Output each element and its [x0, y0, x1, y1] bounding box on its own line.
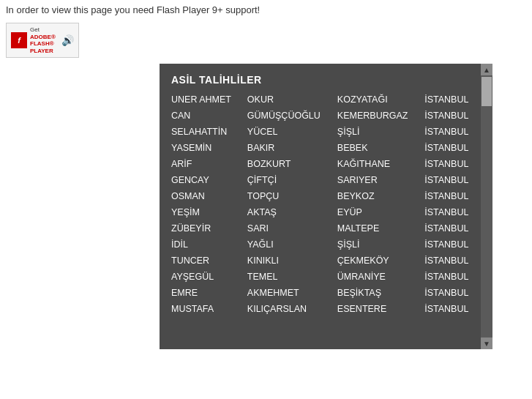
table-row: TUNCERKINIKLIÇEKMEKÖYİSTANBUL [165, 253, 478, 269]
cell-row12-col0: EMRE [165, 285, 241, 301]
cell-row6-col0: OSMAN [165, 188, 241, 204]
cell-row12-col3: İSTANBUL [419, 285, 478, 301]
cell-row5-col2: SARIYER [331, 172, 419, 188]
cell-row4-col0: ARİF [165, 156, 241, 172]
cell-row13-col2: ESENTERE [331, 301, 419, 317]
cell-row9-col2: ŞİŞLİ [331, 236, 419, 253]
cell-row6-col1: TOPÇU [241, 188, 331, 204]
table-row: MUSTAFAKILIÇARSLANESENTEREİSTANBUL [165, 301, 478, 317]
table-title: ASİL TALİHLİLER [165, 70, 478, 92]
flash-text-area: Get ADOBE® FLASH® PLAYER [30, 26, 57, 54]
cell-row0-col2: KOZYATAĞI [331, 92, 419, 108]
table-row: CANGÜMÜŞÇÜOĞLUKEMERBURGAZİSTANBUL [165, 108, 478, 124]
cell-row11-col1: TEMEL [241, 269, 331, 285]
cell-row12-col2: BEŞİKTAŞ [331, 285, 419, 301]
flash-get-label: Get [30, 26, 57, 34]
table-row: GENCAYÇİFTÇİSARIYERİSTANBUL [165, 172, 478, 188]
cell-row1-col3: İSTANBUL [419, 108, 478, 124]
cell-row10-col1: KINIKLI [241, 253, 331, 269]
cell-row10-col0: TUNCER [165, 253, 241, 269]
scrollbar-down-button[interactable]: ▼ [481, 338, 492, 349]
table-row: İDİLYAĞLIŞİŞLİİSTANBUL [165, 236, 478, 253]
scrollbar-up-button[interactable]: ▲ [481, 64, 492, 75]
cell-row5-col1: ÇİFTÇİ [241, 172, 331, 188]
cell-row10-col3: İSTANBUL [419, 253, 478, 269]
flash-banner[interactable]: f Get ADOBE® FLASH® PLAYER 🔊 [6, 23, 79, 58]
cell-row13-col3: İSTANBUL [419, 301, 478, 317]
content-area: ASİL TALİHLİLER UNER AHMETOKURKOZYATAĞIİ… [160, 64, 492, 323]
table-row: ZÜBEYİRSARIMALTEPEİSTANBUL [165, 220, 478, 236]
cell-row1-col1: GÜMÜŞÇÜOĞLU [241, 108, 331, 124]
table-row: OSMANTOPÇUBEYKOZİSTANBUL [165, 188, 478, 204]
cell-row6-col3: İSTANBUL [419, 188, 478, 204]
flash-adobe-label: ADOBE® [30, 34, 57, 41]
cell-row2-col3: İSTANBUL [419, 124, 478, 140]
cell-row13-col0: MUSTAFA [165, 301, 241, 317]
cell-row0-col1: OKUR [241, 92, 331, 108]
table-row: UNER AHMETOKURKOZYATAĞIİSTANBUL [165, 92, 478, 108]
cell-row8-col1: SARI [241, 220, 331, 236]
cell-row8-col2: MALTEPE [331, 220, 419, 236]
cell-row4-col1: BOZKURT [241, 156, 331, 172]
cell-row8-col3: İSTANBUL [419, 220, 478, 236]
flash-speaker-icon: 🔊 [61, 34, 74, 46]
cell-row3-col0: YASEMİN [165, 140, 241, 156]
cell-row0-col0: UNER AHMET [165, 92, 241, 108]
cell-row7-col0: YEŞİM [165, 204, 241, 220]
table-row: ARİFBOZKURTKAĞITHANEİSTANBUL [165, 156, 478, 172]
data-table: UNER AHMETOKURKOZYATAĞIİSTANBULCANGÜMÜŞÇ… [165, 92, 478, 317]
cell-row10-col2: ÇEKMEKÖY [331, 253, 419, 269]
flash-player-label: FLASH® PLAYER [30, 40, 57, 54]
cell-row5-col0: GENCAY [165, 172, 241, 188]
cell-row3-col2: BEBEK [331, 140, 419, 156]
table-row: SELAHATTİNYÜCELŞİŞLİİSTANBUL [165, 124, 478, 140]
table-row: YASEMİNBAKIRBEBEKİSTANBUL [165, 140, 478, 156]
scrollbar-track[interactable]: ▲ ▼ [481, 64, 492, 349]
cell-row12-col1: AKMEHMET [241, 285, 331, 301]
cell-row9-col0: İDİL [165, 236, 241, 253]
cell-row1-col2: KEMERBURGAZ [331, 108, 419, 124]
cell-row11-col3: İSTANBUL [419, 269, 478, 285]
scrollbar-thumb[interactable] [482, 77, 492, 106]
cell-row7-col2: EYÜP [331, 204, 419, 220]
table-row: AYŞEGÜLTEMELÜMRANİYEİSTANBUL [165, 269, 478, 285]
cell-row5-col3: İSTANBUL [419, 172, 478, 188]
cell-row7-col3: İSTANBUL [419, 204, 478, 220]
cell-row2-col2: ŞİŞLİ [331, 124, 419, 140]
flash-icon: f [11, 32, 27, 48]
cell-row9-col3: İSTANBUL [419, 236, 478, 253]
cell-row3-col1: BAKIR [241, 140, 331, 156]
cell-row2-col0: SELAHATTİN [165, 124, 241, 140]
cell-row2-col1: YÜCEL [241, 124, 331, 140]
cell-row4-col2: KAĞITHANE [331, 156, 419, 172]
cell-row6-col2: BEYKOZ [331, 188, 419, 204]
table-row: EMREAKMEHMETBEŞİKTAŞİSTANBUL [165, 285, 478, 301]
flash-message: In order to view this page you need Flas… [0, 0, 532, 20]
cell-row0-col3: İSTANBUL [419, 92, 478, 108]
cell-row8-col0: ZÜBEYİR [165, 220, 241, 236]
cell-row9-col1: YAĞLI [241, 236, 331, 253]
cell-row7-col1: AKTAŞ [241, 204, 331, 220]
cell-row13-col1: KILIÇARSLAN [241, 301, 331, 317]
cell-row4-col3: İSTANBUL [419, 156, 478, 172]
main-container: ▲ ▼ ASİL TALİHLİLER UNER AHMETOKURKOZYAT… [160, 64, 492, 349]
cell-row3-col3: İSTANBUL [419, 140, 478, 156]
table-row: YEŞİMAKTAŞEYÜPİSTANBUL [165, 204, 478, 220]
cell-row11-col0: AYŞEGÜL [165, 269, 241, 285]
cell-row1-col0: CAN [165, 108, 241, 124]
cell-row11-col2: ÜMRANİYE [331, 269, 419, 285]
